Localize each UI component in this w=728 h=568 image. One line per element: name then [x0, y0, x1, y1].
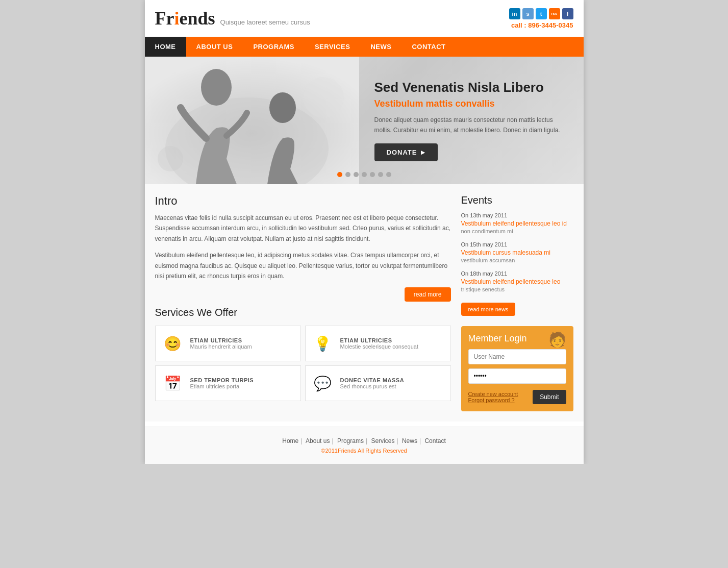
- svg-point-5: [158, 146, 183, 171]
- service-icon-3: 📅: [162, 372, 184, 394]
- phone-number: call : 896-3445-0345: [509, 21, 573, 29]
- logo-icon-char: i: [174, 8, 179, 29]
- hero-dot-2[interactable]: [345, 172, 350, 177]
- username-input[interactable]: [468, 349, 566, 364]
- logo[interactable]: Friends: [155, 8, 215, 29]
- nav-item-services[interactable]: SERVICES: [305, 37, 361, 57]
- main-content: Intro Maecenas vitae felis id nulla susc…: [145, 184, 584, 422]
- linkedin-icon[interactable]: in: [509, 8, 520, 19]
- hero-content: Sed Venenatis Nisla Libero Vestibulum ma…: [359, 69, 584, 171]
- service-info-4: DONEC VITAE MASSA Sed rhoncus purus est: [340, 377, 405, 389]
- footer-link-contact[interactable]: Contact: [424, 437, 445, 444]
- service-icon-4: 💬: [312, 372, 334, 394]
- hero-dot-1[interactable]: [337, 172, 342, 177]
- nav-item-about[interactable]: ABOUT US: [186, 37, 243, 57]
- read-more-button[interactable]: read more: [405, 287, 451, 302]
- navbar: HOME ABOUT US PROGRAMS SERVICES NEWS CON…: [145, 37, 584, 57]
- content-right: Events On 13th may 2011 Vestibulum eleif…: [461, 194, 573, 411]
- footer-copyright: ©2011Friends All Rights Reserved: [155, 448, 573, 454]
- nav-item-programs[interactable]: PROGRAMS: [243, 37, 305, 57]
- facebook-icon[interactable]: f: [562, 8, 573, 19]
- service-card-4: 💬 DONEC VITAE MASSA Sed rhoncus purus es…: [305, 365, 451, 401]
- twitter-icon[interactable]: t: [536, 8, 547, 19]
- hero-dot-6[interactable]: [378, 172, 383, 177]
- service-name-1: ETIAM ULTRICIES: [190, 337, 252, 343]
- footer-link-news[interactable]: News: [402, 437, 417, 444]
- create-account-link[interactable]: Create new account: [468, 391, 518, 397]
- password-input[interactable]: [468, 368, 566, 384]
- social-icons: in s t rss f: [509, 8, 573, 19]
- nav-item-contact[interactable]: CONTACT: [401, 37, 456, 57]
- hero-subtitle: Vestibulum mattis convallis: [374, 98, 568, 109]
- login-links: Create new account Forgot password ? Sub…: [468, 390, 566, 404]
- header: Friends Quisque laoreet semeu cursus in …: [145, 0, 584, 37]
- nav-item-news[interactable]: NEWS: [360, 37, 401, 57]
- event-link-1[interactable]: Vestibulum eleifend pellentesque leo id: [461, 220, 573, 227]
- event-sub-2: vestibulum accumsan: [461, 257, 573, 263]
- service-desc-3: Etiam ultricies porta: [190, 383, 254, 389]
- service-card-1: 😊 ETIAM ULTRICIES Mauris hendrerit aliqu…: [155, 326, 301, 361]
- hero-image: [145, 57, 359, 184]
- svg-point-2: [201, 69, 232, 106]
- phone-value: 896-3445-0345: [528, 21, 573, 29]
- services-grid: 😊 ETIAM ULTRICIES Mauris hendrerit aliqu…: [155, 326, 451, 401]
- logo-area: Friends Quisque laoreet semeu cursus: [155, 8, 310, 29]
- service-icon-1: 😊: [162, 332, 184, 355]
- event-date-3: On 18th may 2011: [461, 270, 573, 277]
- submit-button[interactable]: Submit: [533, 390, 566, 404]
- svg-point-4: [303, 77, 344, 118]
- hero-dot-5[interactable]: [370, 172, 375, 177]
- hero-dot-3[interactable]: [354, 172, 359, 177]
- service-info-3: SED TEMPOR TURPIS Etiam ultricies porta: [190, 377, 254, 389]
- footer: Home| About us| Programs| Services| News…: [145, 427, 584, 464]
- event-item-3: On 18th may 2011 Vestibulum eleifend pel…: [461, 270, 573, 292]
- service-name-3: SED TEMPOR TURPIS: [190, 377, 254, 383]
- event-date-1: On 13th may 2011: [461, 212, 573, 218]
- event-date-2: On 15th may 2011: [461, 241, 573, 248]
- event-item-2: On 15th may 2011 Vestibulum cursus males…: [461, 241, 573, 263]
- donate-button[interactable]: DONATE: [374, 143, 438, 161]
- services-title: Services We Offer: [155, 307, 451, 318]
- page-wrapper: Friends Quisque laoreet semeu cursus in …: [145, 0, 584, 464]
- service-name-2: ETIAM ULTRICIES: [340, 337, 418, 343]
- event-sub-1: non condimentum mi: [461, 228, 573, 234]
- rss-icon[interactable]: rss: [549, 8, 560, 19]
- intro-paragraph-1: Maecenas vitae felis id nulla suscipit a…: [155, 213, 451, 244]
- header-right: in s t rss f call : 896-3445-0345: [509, 8, 573, 29]
- read-more-news-button[interactable]: read more news: [461, 303, 516, 316]
- event-link-3[interactable]: Vestibulum eleifend pellentesque leo: [461, 278, 573, 285]
- service-desc-4: Sed rhoncus purus est: [340, 383, 405, 389]
- svg-point-3: [269, 92, 296, 123]
- intro-title: Intro: [155, 194, 451, 208]
- service-card-2: 💡 ETIAM ULTRICIES Molestie scelerisque c…: [305, 326, 451, 361]
- footer-link-about[interactable]: About us: [306, 437, 330, 444]
- footer-link-programs[interactable]: Programs: [337, 437, 364, 444]
- events-title: Events: [461, 194, 573, 206]
- service-desc-2: Molestie scelerisque consequat: [340, 343, 418, 350]
- event-sub-3: tristique senectus: [461, 286, 573, 292]
- service-card-3: 📅 SED TEMPOR TURPIS Etiam ultricies port…: [155, 365, 301, 401]
- hero-dot-4[interactable]: [362, 172, 367, 177]
- hero-dot-7[interactable]: [386, 172, 391, 177]
- footer-link-home[interactable]: Home: [282, 437, 298, 444]
- service-info-2: ETIAM ULTRICIES Molestie scelerisque con…: [340, 337, 418, 350]
- service-info-1: ETIAM ULTRICIES Mauris hendrerit aliquam: [190, 337, 252, 350]
- nav-item-home[interactable]: HOME: [145, 37, 186, 57]
- login-link-group: Create new account Forgot password ?: [468, 391, 518, 403]
- member-login-panel: 🧑 Member Login Create new account Forgot…: [461, 326, 573, 411]
- hero-title: Sed Venenatis Nisla Libero: [374, 80, 568, 95]
- footer-link-services[interactable]: Services: [371, 437, 394, 444]
- share-icon[interactable]: s: [522, 8, 534, 19]
- content-left: Intro Maecenas vitae felis id nulla susc…: [155, 194, 461, 411]
- event-item-1: On 13th may 2011 Vestibulum eleifend pel…: [461, 212, 573, 234]
- phone-label: call :: [511, 21, 526, 29]
- intro-paragraph-2: Vestibulum eleifend pellentesque leo, id…: [155, 250, 451, 281]
- hero-section: Sed Venenatis Nisla Libero Vestibulum ma…: [145, 57, 584, 184]
- service-icon-2: 💡: [312, 332, 334, 355]
- member-person-icon: 🧑: [548, 331, 566, 348]
- event-link-2[interactable]: Vestibulum cursus malesuada mi: [461, 249, 573, 256]
- service-name-4: DONEC VITAE MASSA: [340, 377, 405, 383]
- logo-tagline: Quisque laoreet semeu cursus: [220, 18, 310, 26]
- service-desc-1: Mauris hendrerit aliquam: [190, 343, 252, 350]
- forgot-password-link[interactable]: Forgot password ?: [468, 397, 518, 403]
